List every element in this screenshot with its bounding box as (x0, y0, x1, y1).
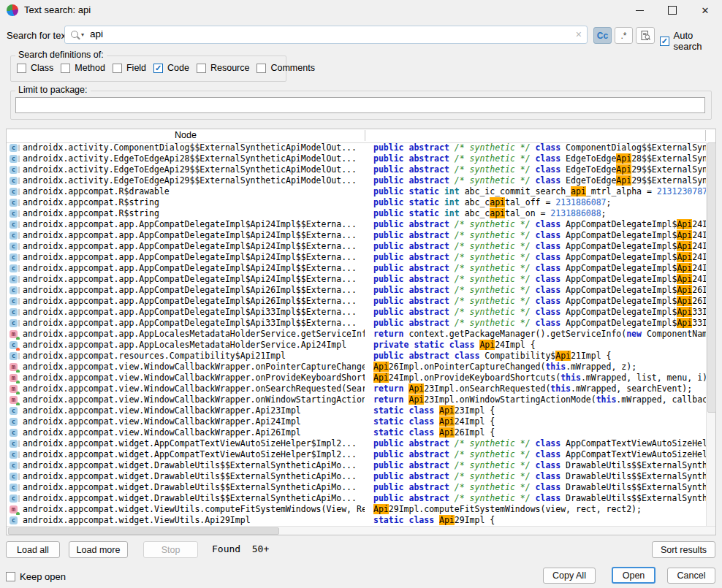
vertical-scrollbar-thumb[interactable] (707, 142, 716, 413)
checkbox-comments[interactable]: ✓Comments (256, 63, 314, 73)
table-row[interactable]: candroidx.appcompat.app.AppCompatDelegat… (7, 241, 706, 252)
horizontal-scrollbar-thumb[interactable] (8, 527, 279, 535)
class-public-icon: c (9, 473, 18, 481)
method-icon: m (9, 363, 18, 372)
table-row[interactable]: candroidx.activity.EdgeToEdgeApi29$$Exte… (7, 175, 706, 186)
class-public-icon: c (9, 253, 18, 262)
checkbox-box[interactable]: ✓ (256, 64, 266, 73)
table-row[interactable]: candroidx.appcompat.app.AppLocalesMetada… (7, 340, 706, 351)
table-row[interactable]: candroidx.appcompat.app.AppCompatDelegat… (7, 296, 706, 307)
node-cell: candroidx.appcompat.app.AppLocalesMetada… (9, 340, 365, 351)
table-row[interactable]: mandroidx.appcompat.widget.ViewUtils.com… (7, 504, 706, 515)
checkbox-box[interactable]: ✓ (153, 64, 163, 73)
checkbox-code[interactable]: ✓Code (153, 63, 189, 73)
keep-open-checkbox-box[interactable]: ✓ (6, 572, 15, 581)
code-preview: Api29Impl.computeFitSystemWindows(view, … (368, 504, 706, 515)
code-preview: public abstract /* synthetic */ class Dr… (368, 482, 706, 493)
class-icon: c (9, 418, 18, 427)
checkbox-box[interactable]: ✓ (17, 64, 26, 73)
table-row[interactable]: candroidx.appcompat.view.WindowCallbackW… (7, 427, 706, 438)
close-button[interactable]: ✕ (693, 0, 718, 20)
search-label: Search for text: (7, 30, 71, 41)
table-row[interactable]: mandroidx.appcompat.view.WindowCallbackW… (7, 362, 706, 373)
maximize-icon (668, 6, 677, 15)
load-all-button[interactable]: Load all (6, 541, 60, 558)
table-row[interactable]: candroidx.appcompat.app.AppCompatDelegat… (7, 285, 706, 296)
node-cell: mandroidx.appcompat.view.WindowCallbackW… (9, 373, 365, 383)
search-options-chevron-icon[interactable]: ▾ (81, 31, 84, 38)
match-case-button[interactable]: Cc (593, 27, 612, 44)
method-icon: m (9, 505, 18, 514)
table-row[interactable]: candroidx.appcompat.app.AppCompatDelegat… (7, 219, 706, 230)
code-preview: return Api23Impl.onWindowStartingActionM… (368, 394, 706, 405)
table-row[interactable]: candroidx.appcompat.app.AppCompatDelegat… (7, 274, 706, 285)
vertical-scrollbar[interactable] (706, 142, 715, 526)
checkbox-resource[interactable]: ✓Resource (197, 63, 250, 73)
table-row[interactable]: candroidx.appcompat.widget.ViewUtils.Api… (7, 515, 706, 526)
checkbox-method[interactable]: ✓Method (61, 63, 105, 73)
checkbox-box[interactable]: ✓ (113, 64, 122, 73)
class-public-icon: c (9, 243, 18, 251)
cancel-button[interactable]: Cancel (667, 568, 715, 584)
table-row[interactable]: candroidx.appcompat.widget.AppCompatText… (7, 449, 706, 460)
node-column-header[interactable]: Node (7, 129, 365, 142)
class-icon: c (9, 516, 18, 525)
node-text: androidx.appcompat.widget.ViewUtils.comp… (23, 504, 365, 515)
maximize-button[interactable] (660, 0, 685, 20)
node-text: androidx.appcompat.R$string (23, 197, 159, 208)
table-row[interactable]: candroidx.appcompat.widget.DrawableUtils… (7, 471, 706, 482)
column-divider-right[interactable] (705, 130, 706, 141)
node-text: androidx.appcompat.widget.DrawableUtils$… (23, 460, 357, 471)
code-preview: public static int abc_ic_commit_search_a… (368, 186, 706, 197)
table-row[interactable]: mandroidx.appcompat.view.WindowCallbackW… (7, 383, 706, 394)
search-in-code-button[interactable] (636, 27, 655, 44)
table-row[interactable]: candroidx.appcompat.widget.DrawableUtils… (7, 493, 706, 504)
table-row[interactable]: candroidx.appcompat.app.AppCompatDelegat… (7, 252, 706, 263)
open-button[interactable]: Open (612, 567, 656, 584)
auto-search-checkbox-box[interactable]: ✓ (660, 37, 669, 46)
table-row[interactable]: mandroidx.appcompat.view.WindowCallbackW… (7, 394, 706, 405)
checkbox-field[interactable]: ✓Field (113, 63, 146, 73)
class-public-icon: c (9, 144, 18, 153)
column-divider[interactable] (365, 130, 365, 141)
auto-search-label: Auto search (674, 30, 722, 52)
node-text: androidx.appcompat.app.AppCompatDelegate… (23, 230, 357, 241)
node-text: androidx.appcompat.app.AppCompatDelegate… (23, 296, 357, 307)
table-row[interactable]: candroidx.activity.ComponentDialog$$Exte… (7, 142, 706, 153)
sort-results-button[interactable]: Sort results (652, 541, 715, 558)
table-row[interactable]: candroidx.appcompat.R$drawablepublic sta… (7, 186, 706, 197)
regex-button[interactable]: .* (615, 27, 633, 44)
checkbox-box[interactable]: ✓ (197, 64, 206, 73)
table-row[interactable]: candroidx.appcompat.R$stringpublic stati… (7, 197, 706, 208)
code-preview: private static class Api24Impl { (368, 340, 706, 351)
load-more-button[interactable]: Load more (69, 541, 128, 558)
copy-all-button[interactable]: Copy All (543, 568, 596, 584)
table-row[interactable]: mandroidx.appcompat.app.AppLocalesMetada… (7, 329, 706, 340)
table-row[interactable]: candroidx.activity.EdgeToEdgeApi28$$Exte… (7, 153, 706, 164)
search-input[interactable]: ▾ api × (64, 26, 588, 44)
table-row[interactable]: candroidx.appcompat.view.WindowCallbackW… (7, 405, 706, 416)
table-row[interactable]: candroidx.appcompat.app.AppCompatDelegat… (7, 230, 706, 241)
table-row[interactable]: candroidx.appcompat.resources.Compatibil… (7, 351, 706, 362)
table-row[interactable]: mandroidx.appcompat.view.WindowCallbackW… (7, 373, 706, 383)
horizontal-scrollbar[interactable] (7, 526, 715, 535)
table-row[interactable]: candroidx.appcompat.widget.DrawableUtils… (7, 482, 706, 493)
table-row[interactable]: candroidx.appcompat.widget.DrawableUtils… (7, 460, 706, 471)
table-row[interactable]: candroidx.activity.EdgeToEdgeApi29$$Exte… (7, 164, 706, 175)
node-text: androidx.appcompat.app.AppCompatDelegate… (23, 318, 357, 329)
table-row[interactable]: candroidx.appcompat.app.AppCompatDelegat… (7, 318, 706, 329)
table-row[interactable]: candroidx.appcompat.widget.AppCompatText… (7, 438, 706, 449)
clear-search-icon[interactable]: × (576, 28, 582, 40)
search-icon[interactable] (71, 31, 78, 38)
class-public-icon: c (9, 451, 18, 459)
auto-search-checkbox[interactable]: ✓ Auto search (660, 30, 722, 52)
keep-open-checkbox[interactable]: ✓ Keep open (6, 571, 66, 582)
table-row[interactable]: candroidx.appcompat.app.AppCompatDelegat… (7, 307, 706, 318)
checkbox-class[interactable]: ✓Class (17, 63, 53, 73)
table-row[interactable]: candroidx.appcompat.view.WindowCallbackW… (7, 416, 706, 427)
table-row[interactable]: candroidx.appcompat.R$stringpublic stati… (7, 208, 706, 219)
checkbox-box[interactable]: ✓ (61, 64, 70, 73)
table-row[interactable]: candroidx.appcompat.app.AppCompatDelegat… (7, 263, 706, 274)
minimize-button[interactable] (627, 0, 652, 20)
package-input[interactable] (15, 97, 705, 113)
